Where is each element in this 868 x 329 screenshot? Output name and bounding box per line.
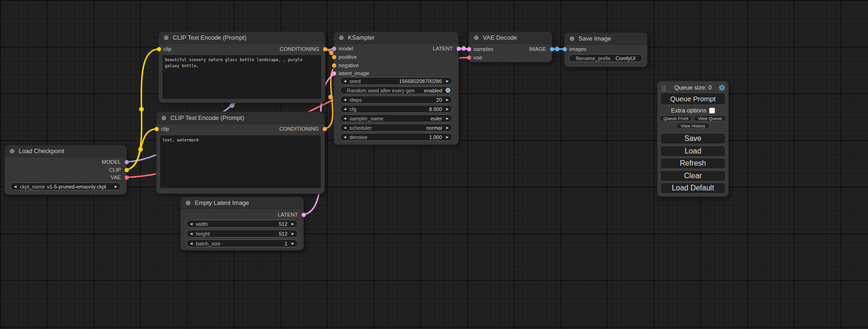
collapse-dot-icon[interactable]: [570, 36, 574, 41]
node-graph-canvas[interactable]: CLIP Text Encode (Prompt) clip CONDITION…: [0, 0, 868, 329]
clear-button[interactable]: Clear: [660, 170, 726, 182]
output-port-image[interactable]: [550, 47, 554, 51]
prompt-textarea[interactable]: beautiful scenery nature glass bottle la…: [162, 55, 321, 99]
node-title: Load Checkpoint: [19, 147, 64, 154]
node-load-checkpoint[interactable]: Load Checkpoint MODEL CLIP VAE ◀ ckpt_na…: [5, 145, 127, 195]
output-row-clip: CLIP: [5, 166, 127, 174]
node-ksampler[interactable]: KSampler model LATENT positive negative …: [334, 32, 459, 145]
ckpt-name-widget[interactable]: ◀ ckpt_name v1-5-pruned-emaonly.ckpt ▶: [10, 182, 121, 190]
link-midpoint-dot: [328, 95, 333, 99]
node-title: CLIP Text Encode (Prompt): [173, 34, 247, 41]
queue-front-button[interactable]: Queue Front: [660, 115, 692, 121]
input-row-latent-image: latent_image: [334, 70, 459, 77]
node-title-bar[interactable]: KSampler: [334, 32, 459, 44]
node-clip-text-encode-positive[interactable]: CLIP Text Encode (Prompt) clip CONDITION…: [159, 32, 325, 103]
view-queue-button[interactable]: View Queue: [694, 115, 726, 121]
node-title-bar[interactable]: Empty Latent Image: [181, 197, 303, 209]
decrement-arrow-icon[interactable]: ◀: [340, 77, 349, 84]
node-title: Save Image: [579, 35, 611, 42]
collapse-dot-icon[interactable]: [164, 35, 169, 40]
node-vae-decode[interactable]: VAE Decode samples IMAGE vae: [469, 32, 552, 62]
decrement-arrow-icon[interactable]: ◀: [340, 115, 349, 122]
queue-menu-panel[interactable]: Queue size: 0 Queue Prompt Extra options…: [657, 81, 728, 196]
increment-arrow-icon[interactable]: ▶: [289, 220, 297, 227]
seed-widget[interactable]: ◀ seed 156680208700286 ▶: [340, 77, 452, 85]
denoise-widget[interactable]: ◀ denoise 1.000 ▶: [340, 133, 452, 141]
increment-arrow-icon[interactable]: ▶: [112, 183, 120, 190]
output-port-latent[interactable]: [457, 47, 461, 51]
link-midpoint-dot: [555, 47, 559, 51]
node-title-bar[interactable]: CLIP Text Encode (Prompt): [156, 112, 325, 124]
collapse-dot-icon[interactable]: [10, 149, 14, 154]
node-title: CLIP Text Encode (Prompt): [170, 114, 244, 121]
collapse-dot-icon[interactable]: [339, 35, 344, 40]
collapse-dot-icon[interactable]: [474, 35, 479, 40]
scheduler-widget[interactable]: ◀ scheduler normal ▶: [340, 124, 452, 132]
collapse-dot-icon[interactable]: [162, 116, 166, 120]
input-row-images: images: [565, 45, 647, 53]
output-port-latent[interactable]: [302, 213, 306, 217]
increment-arrow-icon[interactable]: ▶: [443, 105, 452, 112]
node-title-bar[interactable]: Save Image: [565, 33, 647, 45]
random-seed-toggle-widget[interactable]: Random seed after every gen enabled: [340, 86, 452, 94]
decrement-arrow-icon[interactable]: ◀: [340, 124, 349, 131]
increment-arrow-icon[interactable]: ▶: [443, 124, 452, 131]
width-widget[interactable]: ◀ width 512 ▶: [186, 220, 298, 228]
refresh-button[interactable]: Refresh: [660, 158, 726, 169]
prompt-textarea[interactable]: text, watermark: [160, 135, 321, 188]
filename-prefix-widget[interactable]: filename_prefix ComfyUI: [569, 54, 642, 62]
link-midpoint-dot: [230, 103, 234, 108]
load-default-button[interactable]: Load Default: [660, 182, 726, 194]
node-title: KSampler: [348, 34, 374, 41]
node-title-bar[interactable]: Load Checkpoint: [5, 145, 127, 157]
link-midpoint-dot: [461, 46, 466, 51]
queue-prompt-button[interactable]: Queue Prompt: [660, 92, 726, 105]
output-port-clip[interactable]: [125, 168, 129, 172]
extra-options-label: Extra options: [671, 107, 706, 114]
increment-arrow-icon[interactable]: ▶: [289, 230, 297, 237]
increment-arrow-icon[interactable]: ▶: [443, 133, 452, 140]
input-port-vae[interactable]: [467, 56, 471, 60]
output-port-conditioning[interactable]: [323, 127, 327, 131]
increment-arrow-icon[interactable]: ▶: [443, 96, 452, 103]
link-midpoint-dot: [139, 107, 144, 112]
output-port-vae[interactable]: [125, 175, 129, 180]
decrement-arrow-icon[interactable]: ◀: [340, 96, 349, 103]
input-port-positive[interactable]: [332, 55, 336, 59]
node-empty-latent-image[interactable]: Empty Latent Image LATENT ◀ width 512 ▶ …: [181, 197, 303, 250]
output-port-model[interactable]: [125, 160, 129, 164]
input-port-negative[interactable]: [332, 63, 336, 68]
input-port-latent-image[interactable]: [332, 71, 336, 76]
decrement-arrow-icon[interactable]: ◀: [340, 133, 349, 140]
load-button[interactable]: Load: [660, 146, 726, 157]
node-title-bar[interactable]: VAE Decode: [469, 32, 552, 44]
output-row-latent: LATENT: [181, 211, 303, 218]
cfg-widget[interactable]: ◀ cfg 8.000 ▶: [340, 105, 452, 113]
extra-options-row: Extra options: [657, 107, 728, 114]
node-title: Empty Latent Image: [195, 199, 249, 206]
input-port-images[interactable]: [563, 47, 567, 51]
decrement-arrow-icon[interactable]: ◀: [11, 183, 20, 190]
view-history-button[interactable]: View History: [676, 123, 710, 129]
height-widget[interactable]: ◀ height 512 ▶: [186, 230, 298, 238]
decrement-arrow-icon[interactable]: ◀: [187, 220, 196, 227]
output-row-conditioning: CONDITIONING: [156, 125, 325, 133]
batch-size-widget[interactable]: ◀ batch_size 1 ▶: [186, 239, 298, 247]
steps-widget[interactable]: ◀ steps 20 ▶: [340, 96, 452, 104]
increment-arrow-icon[interactable]: ▶: [443, 115, 452, 122]
gear-icon[interactable]: [718, 84, 726, 91]
decrement-arrow-icon[interactable]: ◀: [187, 230, 196, 237]
sampler-name-widget[interactable]: ◀ sampler_name euler ▶: [340, 114, 452, 122]
node-clip-text-encode-negative[interactable]: CLIP Text Encode (Prompt) clip CONDITION…: [156, 112, 325, 194]
increment-arrow-icon[interactable]: ▶: [443, 77, 452, 84]
toggle-ball-icon[interactable]: [445, 88, 451, 93]
decrement-arrow-icon[interactable]: ◀: [340, 105, 349, 112]
collapse-dot-icon[interactable]: [186, 201, 191, 205]
extra-options-checkbox[interactable]: [709, 108, 715, 113]
output-port-conditioning[interactable]: [323, 47, 327, 51]
increment-arrow-icon[interactable]: ▶: [289, 240, 297, 247]
node-save-image[interactable]: Save Image images filename_prefix ComfyU…: [565, 33, 647, 67]
node-title-bar[interactable]: CLIP Text Encode (Prompt): [159, 32, 325, 44]
decrement-arrow-icon[interactable]: ◀: [187, 240, 196, 247]
save-button[interactable]: Save: [660, 133, 726, 144]
